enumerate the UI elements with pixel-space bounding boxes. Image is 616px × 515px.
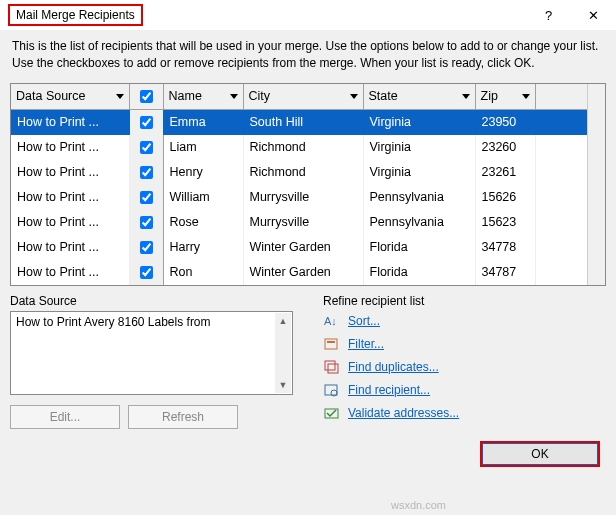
table-row[interactable]: How to Print ...WilliamMurrysvillePennsy… <box>11 185 605 210</box>
header-city[interactable]: City <box>243 84 363 110</box>
row-checkbox[interactable] <box>140 116 153 129</box>
dropdown-icon[interactable] <box>116 94 124 99</box>
header-state[interactable]: State <box>363 84 475 110</box>
close-button[interactable]: ✕ <box>571 0 616 30</box>
refine-legend: Refine recipient list <box>323 294 606 308</box>
filter-icon <box>323 336 341 352</box>
cell-data-source: How to Print ... <box>11 235 129 260</box>
svg-rect-4 <box>328 364 338 373</box>
window-title: Mail Merge Recipients <box>8 4 143 26</box>
cell-state: Pennsylvania <box>363 185 475 210</box>
table-row[interactable]: How to Print ...RoseMurrysvillePennsylva… <box>11 210 605 235</box>
cell-state: Florida <box>363 235 475 260</box>
header-label: Zip <box>481 89 498 103</box>
recipients-table: Data Source Name City <box>10 83 606 286</box>
dialog-description: This is the list of recipients that will… <box>0 30 616 83</box>
header-label: Name <box>169 89 202 103</box>
cell-city: South Hill <box>243 109 363 135</box>
refine-group: Refine recipient list A↓ Sort... Filter.… <box>323 294 606 429</box>
cell-zip: 15626 <box>475 185 535 210</box>
recipient-link-row: Find recipient... <box>323 382 606 398</box>
lower-panel: Data Source How to Print Avery 8160 Labe… <box>10 294 606 429</box>
table-row[interactable]: How to Print ...RonWinter GardenFlorida3… <box>11 260 605 285</box>
cell-checkbox[interactable] <box>129 235 163 260</box>
sort-icon: A↓ <box>323 313 341 329</box>
row-checkbox[interactable] <box>140 266 153 279</box>
data-source-listbox[interactable]: How to Print Avery 8160 Labels from ▲ ▼ <box>10 311 293 395</box>
data-source-group: Data Source How to Print Avery 8160 Labe… <box>10 294 293 429</box>
cell-name: Emma <box>163 109 243 135</box>
cell-state: Florida <box>363 260 475 285</box>
sort-link[interactable]: Sort... <box>348 314 380 328</box>
data-source-item[interactable]: How to Print Avery 8160 Labels from <box>16 315 211 329</box>
cell-checkbox[interactable] <box>129 160 163 185</box>
header-zip[interactable]: Zip <box>475 84 535 110</box>
dropdown-icon[interactable] <box>522 94 530 99</box>
refine-list: A↓ Sort... Filter... Find duplicates... <box>323 311 606 421</box>
cell-data-source: How to Print ... <box>11 135 129 160</box>
dropdown-icon[interactable] <box>350 94 358 99</box>
cell-name: Harry <box>163 235 243 260</box>
validate-link[interactable]: Validate addresses... <box>348 406 459 420</box>
cell-data-source: How to Print ... <box>11 109 129 135</box>
cell-city: Murrysville <box>243 185 363 210</box>
cell-data-source: How to Print ... <box>11 185 129 210</box>
svg-rect-3 <box>325 361 335 370</box>
scroll-up-icon[interactable]: ▲ <box>275 313 291 329</box>
cell-checkbox[interactable] <box>129 135 163 160</box>
select-all-checkbox[interactable] <box>140 90 153 103</box>
cell-checkbox[interactable] <box>129 260 163 285</box>
row-checkbox[interactable] <box>140 241 153 254</box>
row-checkbox[interactable] <box>140 191 153 204</box>
cell-zip: 15623 <box>475 210 535 235</box>
table-row[interactable]: How to Print ...EmmaSouth HillVirginia23… <box>11 109 605 135</box>
cell-checkbox[interactable] <box>129 109 163 135</box>
table-row[interactable]: How to Print ...LiamRichmondVirginia2326… <box>11 135 605 160</box>
cell-zip: 23261 <box>475 160 535 185</box>
duplicates-link-row: Find duplicates... <box>323 359 606 375</box>
listbox-scrollbar[interactable]: ▲ ▼ <box>275 313 291 393</box>
table-row[interactable]: How to Print ...HenryRichmondVirginia232… <box>11 160 605 185</box>
cell-state: Virginia <box>363 135 475 160</box>
header-data-source[interactable]: Data Source <box>11 84 129 110</box>
header-label: State <box>369 89 398 103</box>
header-label: Data Source <box>16 89 85 103</box>
cell-name: Rose <box>163 210 243 235</box>
row-checkbox[interactable] <box>140 166 153 179</box>
svg-text:A↓: A↓ <box>324 315 337 327</box>
dropdown-icon[interactable] <box>230 94 238 99</box>
data-source-legend: Data Source <box>10 294 293 308</box>
svg-rect-1 <box>325 339 337 349</box>
cell-name: William <box>163 185 243 210</box>
cell-data-source: How to Print ... <box>11 260 129 285</box>
header-checkbox[interactable] <box>129 84 163 110</box>
dropdown-icon[interactable] <box>462 94 470 99</box>
cell-city: Murrysville <box>243 210 363 235</box>
cell-name: Henry <box>163 160 243 185</box>
titlebar: Mail Merge Recipients ? ✕ <box>0 0 616 30</box>
table-row[interactable]: How to Print ...HarryWinter GardenFlorid… <box>11 235 605 260</box>
table-header-row: Data Source Name City <box>11 84 605 110</box>
edit-button[interactable]: Edit... <box>10 405 120 429</box>
validate-icon <box>323 405 341 421</box>
row-checkbox[interactable] <box>140 141 153 154</box>
row-checkbox[interactable] <box>140 216 153 229</box>
scroll-down-icon[interactable]: ▼ <box>275 377 291 393</box>
cell-city: Winter Garden <box>243 235 363 260</box>
vertical-scrollbar[interactable] <box>587 84 605 285</box>
filter-link[interactable]: Filter... <box>348 337 384 351</box>
cell-checkbox[interactable] <box>129 210 163 235</box>
cell-data-source: How to Print ... <box>11 160 129 185</box>
ok-button[interactable]: OK <box>480 441 600 467</box>
svg-rect-2 <box>327 341 335 343</box>
data-source-buttons: Edit... Refresh <box>10 405 293 429</box>
sort-link-row: A↓ Sort... <box>323 313 606 329</box>
refresh-button[interactable]: Refresh <box>128 405 238 429</box>
cell-checkbox[interactable] <box>129 185 163 210</box>
cell-state: Virginia <box>363 160 475 185</box>
duplicates-link[interactable]: Find duplicates... <box>348 360 439 374</box>
header-name[interactable]: Name <box>163 84 243 110</box>
recipient-link[interactable]: Find recipient... <box>348 383 430 397</box>
window-title-wrap: Mail Merge Recipients <box>8 4 526 26</box>
help-button[interactable]: ? <box>526 0 571 30</box>
